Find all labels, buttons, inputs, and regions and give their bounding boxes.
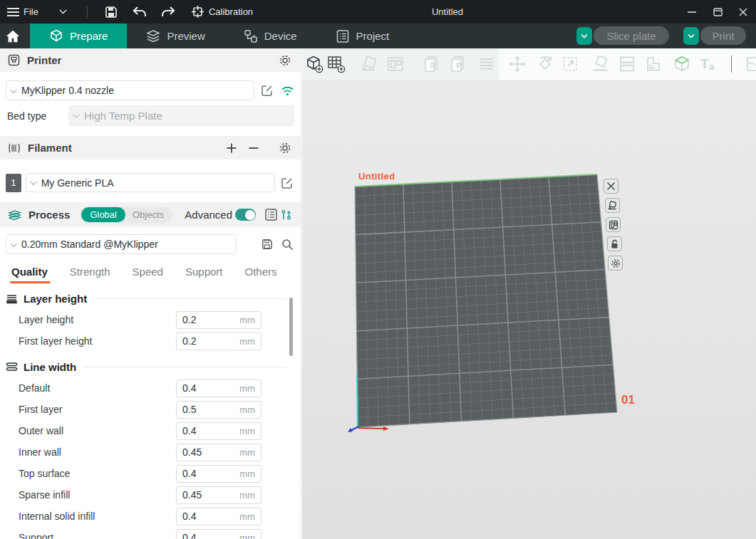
param-value-input[interactable] — [177, 382, 227, 394]
param-label: Internal solid infill — [19, 511, 176, 522]
chevron-down-icon — [688, 33, 695, 38]
nav-tab-project[interactable]: Project — [316, 23, 409, 48]
file-menu-chevron[interactable] — [53, 3, 74, 21]
parameter-tune-button[interactable] — [280, 207, 293, 223]
minimize-icon — [688, 11, 696, 13]
print-button[interactable]: Print — [700, 26, 746, 45]
nav-tab-prepare[interactable]: Prepare — [30, 23, 127, 48]
auto-orient-icon[interactable] — [359, 54, 379, 74]
slice-options-button[interactable] — [576, 27, 592, 45]
advanced-toggle[interactable] — [235, 209, 256, 221]
param-tab-quality[interactable]: Quality — [11, 263, 48, 283]
slice-plate-button[interactable]: Slice plate — [594, 26, 669, 45]
maximize-button[interactable] — [705, 0, 730, 23]
filament-settings-button[interactable] — [277, 140, 293, 156]
param-tab-others[interactable]: Others — [245, 263, 277, 283]
file-menu[interactable]: File — [7, 6, 38, 17]
add-object-icon[interactable] — [304, 54, 324, 74]
layers-stack-icon[interactable] — [477, 54, 497, 74]
param-value-input[interactable] — [177, 404, 227, 415]
param-value-input[interactable] — [177, 532, 227, 539]
chevron-down-icon — [10, 86, 17, 93]
list-icon — [265, 209, 277, 221]
lay-on-face-icon[interactable] — [591, 54, 611, 74]
orient-plate-icon[interactable] — [605, 198, 620, 213]
process-section-header: Process Global Objects Advanced — [0, 202, 301, 227]
param-tab-support[interactable]: Support — [185, 263, 223, 283]
edit-printer-button[interactable] — [259, 83, 274, 98]
print-options-button[interactable] — [683, 27, 699, 45]
process-icon — [8, 209, 21, 221]
param-label: Outer wall — [19, 425, 176, 436]
sidebar-scrollbar[interactable] — [289, 298, 293, 356]
viewport-canvas[interactable]: Untitled 01 — [302, 80, 756, 539]
lock-plate-icon[interactable] — [607, 236, 622, 251]
minimize-button[interactable] — [679, 0, 705, 23]
minus-icon — [249, 147, 259, 150]
arrange-icon[interactable] — [385, 54, 405, 74]
printer-settings-button[interactable] — [277, 53, 293, 68]
scale-icon[interactable] — [560, 54, 580, 74]
plate-settings-icon[interactable] — [608, 256, 623, 271]
param-value-input[interactable] — [177, 489, 227, 501]
param-row-outer-wall: Outer wallmm — [0, 420, 301, 441]
color-paint-icon[interactable] — [644, 54, 664, 74]
nav-tab-device[interactable]: Device — [224, 23, 316, 48]
seam-icon[interactable] — [745, 54, 756, 74]
printer-icon — [8, 54, 20, 66]
text-tool-icon[interactable]: Ta — [698, 54, 718, 74]
close-button[interactable] — [730, 0, 756, 23]
section-header-layer-height[interactable]: Layer height — [6, 291, 287, 306]
build-plate[interactable] — [302, 80, 756, 539]
process-tabs: QualityStrengthSpeedSupportOthers — [11, 263, 301, 283]
variable-layer-height-icon[interactable] — [672, 54, 692, 74]
param-input-box: mm — [176, 380, 262, 397]
param-tab-strength[interactable]: Strength — [70, 263, 110, 283]
param-value-input[interactable] — [177, 335, 227, 347]
param-input-box: mm — [176, 401, 262, 419]
scope-objects-button[interactable]: Objects — [125, 209, 171, 220]
parameter-list-button[interactable] — [263, 207, 279, 223]
move-icon[interactable] — [507, 54, 527, 74]
undo-button[interactable] — [129, 3, 150, 21]
save-button[interactable] — [100, 3, 122, 21]
process-preset-select[interactable]: 0.20mm Standard @MyKlipper — [6, 234, 237, 254]
bed-type-select[interactable]: High Temp Plate — [68, 105, 294, 126]
prepare-icon — [49, 29, 63, 43]
search-preset-button[interactable] — [279, 236, 295, 252]
chevron-down-icon — [73, 111, 80, 118]
arrange-plate-icon[interactable] — [606, 217, 621, 232]
maximize-icon — [713, 8, 723, 16]
param-value-input[interactable] — [177, 511, 227, 522]
param-value-input[interactable] — [177, 468, 227, 479]
param-input-box: mm — [176, 311, 262, 329]
orca-slicer-window: File Calibration Untitled — [0, 0, 756, 539]
scope-global-button[interactable]: Global — [81, 207, 125, 222]
add-filament-button[interactable] — [224, 140, 239, 156]
delete-plate-icon[interactable] — [604, 179, 618, 194]
filament-preset-select[interactable]: My Generic PLA — [26, 173, 276, 192]
param-value-input[interactable] — [177, 446, 227, 458]
nav-tab-preview[interactable]: Preview — [127, 23, 224, 48]
split-to-objects-icon[interactable]: 0 — [422, 54, 442, 74]
edit-filament-button[interactable] — [279, 175, 295, 191]
save-preset-button[interactable] — [259, 236, 275, 252]
remove-filament-button[interactable] — [246, 140, 262, 156]
param-value-input[interactable] — [177, 425, 227, 436]
split-to-parts-icon[interactable]: P — [448, 54, 468, 74]
section-header-line-width[interactable]: Line width — [6, 359, 287, 375]
filament-slot-badge[interactable]: 1 — [6, 174, 21, 192]
param-tab-speed[interactable]: Speed — [133, 263, 163, 283]
search-icon — [281, 239, 294, 251]
printer-preset-select[interactable]: MyKlipper 0.4 nozzle — [6, 80, 254, 100]
rotate-icon[interactable] — [535, 54, 555, 74]
param-label: Layer height — [19, 314, 176, 325]
cut-icon[interactable] — [617, 54, 637, 74]
param-value-input[interactable] — [177, 314, 227, 325]
toolbar-divider — [731, 56, 732, 73]
calibration-button[interactable]: Calibration — [192, 6, 253, 18]
redo-button[interactable] — [157, 3, 179, 21]
printer-connection-button[interactable] — [280, 83, 295, 98]
add-plate-icon[interactable] — [326, 54, 346, 74]
home-button[interactable] — [0, 23, 26, 48]
